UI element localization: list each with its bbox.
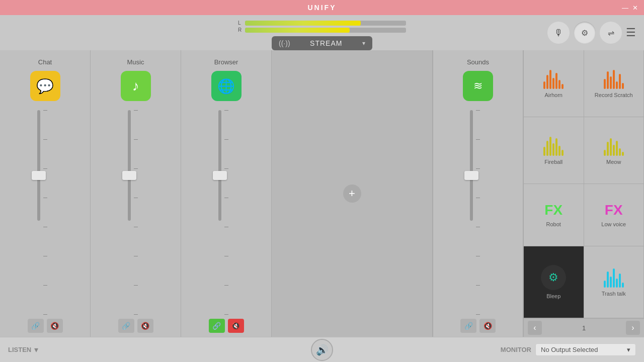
vu-L-bar	[245, 21, 406, 26]
channel-browser-label: Browser	[214, 58, 238, 66]
app-title: UNIFY	[308, 4, 337, 12]
monitor-label: MONITOR	[501, 346, 531, 353]
sfx-meow[interactable]: Meow	[584, 117, 645, 184]
channel-music-fader-area	[95, 110, 177, 315]
airhorn-label: Airhorn	[545, 92, 562, 98]
mic-icon: 🎙	[554, 28, 563, 38]
sfx-robot[interactable]: FX Robot	[524, 184, 584, 247]
toolbar-right-icons: 🎙 ⚙ ⇌ ☰	[547, 22, 636, 44]
channel-sounds-link-button[interactable]: 🔗	[460, 319, 476, 333]
fireball-wave	[543, 136, 564, 156]
low-voice-label: Low voice	[601, 221, 626, 227]
channel-sounds-label: Sounds	[467, 58, 489, 66]
toolbar: L R ((·)) STREAM ▾ 🎙 ⚙ ⇌ ☰	[0, 15, 644, 50]
channel-chat-fader-track[interactable]	[37, 110, 40, 221]
stream-dropdown[interactable]: ((·)) STREAM ▾	[272, 36, 372, 50]
eq-settings-button[interactable]: ⚙	[574, 22, 596, 44]
channel-music: Music ♪ 🔗 🔇	[91, 50, 181, 337]
channel-music-icon: ♪	[121, 71, 151, 101]
channel-chat: Chat 💬 🔗 🔇	[0, 50, 91, 337]
trash-talk-label: Trash talk	[602, 291, 626, 297]
bleep-icon-bg: ⚙	[541, 265, 566, 290]
sfx-fireball[interactable]: Fireball	[524, 117, 584, 184]
channel-music-scale	[134, 110, 144, 315]
add-channel-button[interactable]: +	[343, 185, 361, 203]
sfx-record-scratch[interactable]: Record Scratch	[584, 50, 645, 117]
meow-wave	[604, 136, 624, 156]
channel-chat-bottom: 🔗 🔇	[28, 319, 63, 333]
record-scratch-label: Record Scratch	[595, 92, 633, 98]
channel-browser-bottom: 🔗 🔇	[209, 319, 244, 333]
sfx-low-voice[interactable]: FX Low voice	[584, 184, 645, 247]
channel-browser: Browser 🌐 🔗 🔇	[181, 50, 272, 337]
fireball-label: Fireball	[544, 159, 562, 165]
channel-chat-label: Chat	[38, 58, 52, 66]
channel-sounds-mute-button[interactable]: 🔇	[479, 319, 496, 333]
channel-browser-fader-track[interactable]	[218, 110, 221, 221]
trash-talk-wave	[604, 267, 624, 288]
sfx-next-button[interactable]: ›	[626, 321, 640, 335]
mixer-settings-button[interactable]: ⇌	[600, 22, 622, 44]
vu-L-label: L	[238, 20, 243, 26]
stream-label: STREAM	[310, 39, 342, 47]
channel-chat-fader-area	[4, 110, 86, 315]
monitor-area: MONITOR No Output Selected ▾	[501, 343, 636, 356]
sfx-page-num: 1	[582, 324, 586, 332]
meow-label: Meow	[606, 159, 621, 165]
volume-icon: 🔊	[316, 344, 329, 356]
main-area: Chat 💬 🔗 🔇	[0, 50, 644, 337]
channel-music-bottom: 🔗 🔇	[118, 319, 153, 333]
output-select-dropdown[interactable]: No Output Selected ▾	[535, 343, 636, 356]
channel-browser-link-button[interactable]: 🔗	[209, 319, 225, 333]
sfx-prev-button[interactable]: ‹	[528, 321, 542, 335]
close-button[interactable]: ✕	[632, 4, 638, 12]
bleep-eq-icon: ⚙	[548, 271, 558, 284]
titlebar: UNIFY — ✕	[0, 0, 644, 15]
channel-music-label: Music	[127, 58, 144, 66]
channel-sounds: Sounds ≋ 🔗 🔇	[433, 50, 523, 337]
channel-chat-fader-handle[interactable]	[32, 171, 46, 180]
sfx-airhorn[interactable]: Airhorn	[524, 50, 584, 117]
sfx-trash-talk[interactable]: Trash talk	[584, 246, 645, 318]
channel-browser-fader-area	[185, 110, 267, 315]
channel-sounds-icon: ≋	[463, 71, 493, 101]
listen-chevron-icon: ▾	[34, 345, 38, 354]
channel-sounds-fader-area	[437, 110, 519, 315]
channel-chat-scale	[43, 110, 53, 315]
channel-music-mute-button[interactable]: 🔇	[137, 319, 153, 333]
channel-music-link-button[interactable]: 🔗	[118, 319, 134, 333]
menu-button[interactable]: ☰	[626, 26, 636, 39]
channel-music-fader-handle[interactable]	[122, 171, 136, 180]
robot-fx-icon: FX	[544, 202, 562, 218]
channel-chat-link-button[interactable]: 🔗	[28, 319, 44, 333]
output-select-label: No Output Selected	[541, 346, 598, 353]
channel-chat-mute-button[interactable]: 🔇	[47, 319, 63, 333]
record-scratch-wave	[604, 69, 624, 89]
channel-music-fader-track[interactable]	[128, 110, 131, 221]
sfx-pagination: ‹ 1 ›	[524, 318, 644, 337]
bottombar: LISTEN ▾ 🔊 MONITOR No Output Selected ▾	[0, 337, 644, 362]
output-chevron-icon: ▾	[627, 346, 630, 353]
vu-R-bar	[245, 28, 406, 33]
listen-label: LISTEN	[8, 346, 31, 353]
channel-sounds-scale	[476, 110, 486, 315]
channel-browser-icon: 🌐	[211, 71, 242, 101]
low-voice-fx-icon: FX	[605, 202, 623, 218]
channel-browser-fader-handle[interactable]	[213, 171, 227, 180]
sfx-panel: Airhorn Record Scratch	[523, 50, 644, 337]
channels-area: Chat 💬 🔗 🔇	[0, 50, 523, 337]
channel-browser-scale	[224, 110, 234, 315]
channel-sounds-fader-handle[interactable]	[464, 171, 478, 180]
menu-icon: ☰	[626, 26, 636, 39]
airhorn-wave	[543, 69, 564, 89]
listen-select[interactable]: LISTEN ▾	[8, 345, 38, 354]
add-channel-slot: +	[272, 50, 433, 337]
sfx-bleep[interactable]: ⚙ Bleep	[524, 246, 584, 318]
mixer-icon: ⇌	[608, 28, 614, 38]
mic-settings-button[interactable]: 🎙	[547, 22, 570, 44]
volume-button[interactable]: 🔊	[311, 339, 333, 361]
channel-browser-mute-button[interactable]: 🔇	[228, 319, 244, 333]
channel-sounds-fader-track[interactable]	[470, 110, 473, 221]
channel-chat-icon: 💬	[30, 71, 60, 101]
minimize-button[interactable]: —	[622, 4, 628, 12]
